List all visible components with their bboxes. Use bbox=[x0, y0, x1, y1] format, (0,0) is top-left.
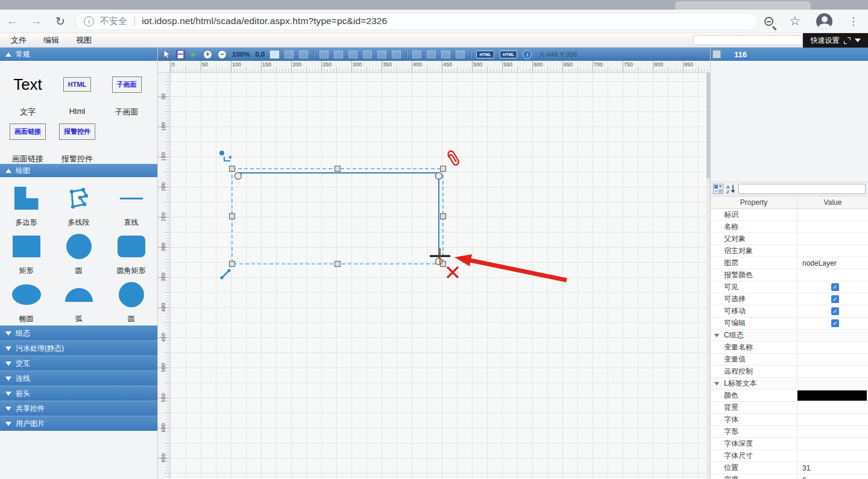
align-bottom-icon[interactable] bbox=[392, 51, 401, 58]
property-value[interactable] bbox=[797, 390, 868, 401]
selection-handle[interactable] bbox=[335, 166, 341, 172]
same-width-icon[interactable] bbox=[412, 51, 421, 58]
align-top-icon[interactable] bbox=[363, 51, 372, 58]
object-tree[interactable] bbox=[711, 61, 868, 182]
sidebar-section-general[interactable]: 常规 bbox=[0, 48, 157, 61]
selection-handle[interactable] bbox=[230, 261, 235, 267]
menu-view[interactable]: 视图 bbox=[76, 35, 92, 46]
property-row[interactable]: 变量名称 bbox=[711, 342, 868, 354]
sidebar-section-collapsed-5[interactable]: 共享控件 bbox=[0, 401, 157, 416]
sidebar-section-drawing[interactable]: 绘图 bbox=[0, 164, 157, 177]
group-icon[interactable] bbox=[285, 51, 294, 58]
selection-handle[interactable] bbox=[230, 214, 235, 219]
sidebar-section-collapsed-3[interactable]: 连线 bbox=[0, 371, 157, 386]
property-value[interactable] bbox=[797, 402, 868, 413]
property-value[interactable] bbox=[797, 245, 868, 257]
property-row[interactable]: 字体尺寸 bbox=[711, 450, 868, 462]
align-left-icon[interactable] bbox=[319, 51, 329, 58]
property-value[interactable] bbox=[797, 426, 868, 437]
checkbox-checked-icon[interactable]: ✓ bbox=[831, 295, 839, 303]
property-value[interactable] bbox=[797, 233, 868, 245]
property-value[interactable]: ✓ bbox=[797, 305, 868, 317]
distribute-icon[interactable] bbox=[456, 51, 465, 58]
property-value[interactable] bbox=[797, 342, 868, 353]
selection-handle[interactable] bbox=[441, 214, 446, 219]
scrollbar-thumb[interactable] bbox=[706, 73, 710, 178]
property-value[interactable] bbox=[797, 354, 868, 365]
browser-tab[interactable] bbox=[675, 1, 811, 10]
property-row[interactable]: 宿主对象 bbox=[711, 245, 868, 257]
property-value[interactable]: nodeLayer bbox=[797, 257, 868, 269]
triangle-down-icon[interactable] bbox=[714, 382, 719, 386]
html-view-icon[interactable]: HTML bbox=[476, 51, 494, 58]
drawn-polyline[interactable] bbox=[238, 173, 439, 259]
property-value[interactable]: 31 bbox=[797, 462, 868, 474]
sort-az-icon[interactable]: A Z bbox=[726, 184, 736, 194]
menu-file[interactable]: 文件 bbox=[11, 35, 27, 46]
sidebar-section-collapsed-1[interactable]: 污水处理(静态) bbox=[0, 340, 157, 355]
zoom-out-icon[interactable]: − bbox=[218, 50, 227, 59]
selection-handle[interactable] bbox=[335, 261, 341, 267]
property-row[interactable]: 可移动✓ bbox=[711, 305, 868, 318]
same-size-icon[interactable] bbox=[441, 51, 450, 58]
polyline-vertex[interactable] bbox=[436, 173, 442, 180]
property-row[interactable]: 字体深度 bbox=[711, 438, 868, 450]
sidebar-section-collapsed-6[interactable]: 用户图片 bbox=[0, 416, 157, 431]
shape-ellipse[interactable]: 椭圆 bbox=[12, 280, 41, 324]
page-zoom-icon[interactable] bbox=[764, 17, 773, 26]
back-icon[interactable]: ← bbox=[0, 14, 24, 28]
sidebar-section-collapsed-2[interactable]: 交互 bbox=[0, 355, 157, 371]
property-value[interactable] bbox=[797, 414, 868, 425]
property-value[interactable] bbox=[797, 450, 868, 462]
property-value[interactable] bbox=[797, 209, 868, 221]
property-value[interactable]: ✓ bbox=[797, 293, 868, 305]
page-info-icon[interactable]: i bbox=[84, 16, 94, 27]
selection-handle[interactable] bbox=[230, 166, 235, 172]
property-row[interactable]: 颜色 bbox=[711, 390, 868, 402]
align-center-icon[interactable] bbox=[334, 51, 343, 58]
sidebar-section-collapsed-4[interactable]: 箭头 bbox=[0, 386, 157, 401]
checkbox-checked-icon[interactable]: ✓ bbox=[831, 307, 839, 315]
shape-line[interactable]: 直线 bbox=[120, 183, 143, 228]
canvas-settings-icon[interactable] bbox=[270, 51, 279, 58]
property-row[interactable]: 图层nodeLayer bbox=[711, 257, 868, 269]
menubar-input[interactable] bbox=[693, 35, 803, 45]
shape-polygon[interactable]: 多边形 bbox=[14, 183, 39, 228]
property-row[interactable]: 可选择✓ bbox=[711, 293, 868, 305]
property-row[interactable]: 位置31 bbox=[711, 462, 868, 474]
compress-icon[interactable] bbox=[844, 37, 851, 44]
forward-icon[interactable]: → bbox=[24, 14, 48, 28]
property-row[interactable]: 字形 bbox=[711, 426, 868, 438]
selection-handle[interactable] bbox=[441, 166, 446, 172]
triangle-down-icon[interactable] bbox=[714, 334, 719, 337]
polyline-vertex[interactable] bbox=[436, 258, 442, 265]
palette-item-screen-link[interactable]: 画面链接 画面链接 bbox=[1, 117, 54, 164]
palette-item-text[interactable]: Text 文字 bbox=[1, 70, 54, 117]
property-row[interactable]: 父对象 bbox=[711, 233, 868, 245]
categorized-view-icon[interactable] bbox=[713, 184, 723, 194]
property-group-row[interactable]: C组态 bbox=[711, 330, 868, 342]
property-value[interactable] bbox=[797, 438, 868, 449]
align-middle-icon[interactable] bbox=[377, 51, 386, 58]
property-row[interactable]: 字体 bbox=[711, 414, 868, 426]
property-value[interactable]: ✓ bbox=[797, 318, 868, 329]
url-text[interactable]: iot.idosp.net/html/scada/editor.aspx.htm… bbox=[142, 16, 387, 27]
bookmark-star-icon[interactable]: ☆ bbox=[789, 14, 800, 28]
property-row[interactable]: 远程控制 bbox=[711, 366, 868, 378]
menu-edit[interactable]: 编辑 bbox=[43, 35, 59, 46]
avatar[interactable] bbox=[816, 13, 832, 30]
property-filter-input[interactable] bbox=[738, 184, 866, 194]
ungroup-icon[interactable] bbox=[299, 51, 308, 58]
zoom-in-icon[interactable]: + bbox=[203, 50, 212, 59]
property-row[interactable]: 名称 bbox=[711, 221, 868, 233]
reload-icon[interactable]: ↻ bbox=[48, 14, 72, 28]
checkbox-checked-icon[interactable]: ✓ bbox=[831, 283, 839, 291]
html-export-icon[interactable]: HTML bbox=[500, 51, 517, 58]
property-row[interactable]: 标识 bbox=[711, 209, 868, 221]
sidebar-section-collapsed-0[interactable]: 组态 bbox=[0, 325, 157, 340]
same-height-icon[interactable] bbox=[427, 51, 436, 58]
shape-arc[interactable]: 弧 bbox=[65, 280, 93, 324]
checkbox-checked-icon[interactable]: ✓ bbox=[831, 319, 839, 327]
property-row[interactable]: 宽度6 bbox=[711, 474, 868, 479]
panel-collapse-icon[interactable] bbox=[712, 50, 721, 58]
